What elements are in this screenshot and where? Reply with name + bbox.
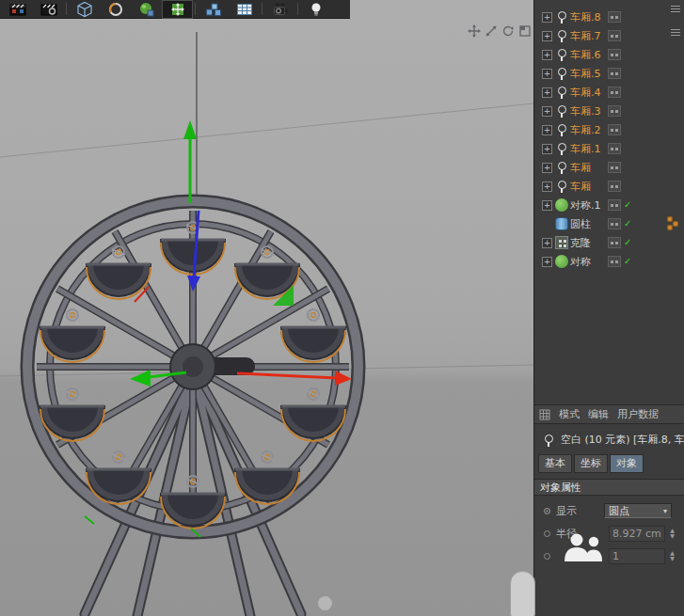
visibility-toggle-icon[interactable]: [608, 143, 621, 154]
expand-toggle-icon[interactable]: +: [542, 200, 552, 211]
radius-field[interactable]: 8.927 cm: [609, 526, 665, 542]
menu-edit[interactable]: 编辑: [588, 407, 609, 421]
step-down-icon[interactable]: ▼: [670, 533, 675, 539]
object-label[interactable]: 车厢: [570, 161, 591, 175]
object-row[interactable]: +车厢.2: [534, 120, 684, 139]
ferris-wheel-model[interactable]: [27, 201, 358, 616]
cloner-object-icon[interactable]: [555, 236, 568, 249]
object-label[interactable]: 车厢.4: [570, 86, 601, 100]
null-object-icon[interactable]: [555, 123, 568, 136]
object-row[interactable]: +车厢.1: [534, 139, 684, 158]
enabled-check-icon[interactable]: ✓: [624, 238, 631, 247]
move-object-icon[interactable]: [163, 1, 192, 18]
expand-toggle-icon[interactable]: +: [542, 31, 552, 41]
visibility-toggle-icon[interactable]: [608, 30, 621, 41]
expand-toggle-icon[interactable]: +: [542, 106, 552, 117]
null-object-icon[interactable]: [555, 86, 568, 99]
value-stepper[interactable]: ▲ ▼: [667, 528, 677, 539]
display-dropdown[interactable]: 圆点 ▾: [604, 503, 672, 518]
visibility-toggle-icon[interactable]: [608, 11, 621, 23]
object-row[interactable]: +克隆✓: [534, 233, 684, 252]
null-object-icon[interactable]: [555, 180, 568, 193]
menu-userdata[interactable]: 用户数据: [617, 407, 659, 421]
object-row[interactable]: +车厢.3: [534, 102, 684, 120]
visibility-toggle-icon[interactable]: [608, 162, 621, 173]
camera-icon[interactable]: [265, 1, 294, 18]
rotate-view-icon[interactable]: [501, 24, 515, 38]
toggle-view-icon[interactable]: [518, 24, 532, 38]
expand-toggle-icon[interactable]: +: [542, 182, 552, 192]
wire-cube-icon[interactable]: [70, 1, 99, 18]
expand-toggle-icon[interactable]: +: [542, 238, 552, 248]
render-view-icon[interactable]: [3, 1, 32, 18]
null-object-icon[interactable]: [555, 10, 568, 24]
value-stepper[interactable]: ▲ ▼: [667, 550, 677, 561]
expand-toggle-icon[interactable]: +: [542, 50, 552, 60]
tab-coordinates[interactable]: 坐标: [574, 454, 608, 473]
object-row[interactable]: +车厢: [534, 158, 684, 177]
object-label[interactable]: 克隆: [570, 236, 591, 250]
object-row[interactable]: +车厢.5: [534, 64, 684, 83]
object-label[interactable]: 车厢.2: [570, 123, 601, 137]
expand-toggle-icon[interactable]: +: [542, 144, 552, 154]
aspect-field[interactable]: 1: [609, 548, 665, 564]
render-settings-icon[interactable]: [34, 1, 63, 18]
object-label[interactable]: 对称.1: [570, 198, 601, 213]
object-label[interactable]: 车厢.7: [570, 29, 601, 43]
keyframe-dot-icon[interactable]: [544, 508, 550, 514]
viewport[interactable]: [0, 0, 533, 616]
object-row[interactable]: +对称.1✓: [534, 196, 684, 214]
symmetry-object-icon[interactable]: [555, 255, 568, 268]
object-label[interactable]: 车厢: [570, 180, 591, 194]
panel-menu-icon[interactable]: [671, 27, 680, 37]
enabled-check-icon[interactable]: ✓: [624, 219, 631, 229]
visibility-toggle-icon[interactable]: [608, 256, 621, 267]
pan-view-icon[interactable]: [468, 24, 481, 38]
object-label[interactable]: 车厢.6: [570, 48, 601, 62]
expand-toggle-icon[interactable]: +: [542, 12, 552, 23]
menu-grid-icon[interactable]: [539, 409, 550, 420]
null-object-icon[interactable]: [555, 29, 568, 42]
panel-menu-icon[interactable]: [671, 4, 680, 13]
symmetry-object-icon[interactable]: [555, 198, 568, 212]
sphere-primitive-icon[interactable]: [132, 1, 161, 18]
tab-basic[interactable]: 基本: [538, 454, 572, 473]
light-bulb-icon[interactable]: [301, 1, 330, 18]
object-row[interactable]: +对称✓: [534, 252, 684, 271]
expand-toggle-icon[interactable]: +: [542, 87, 552, 98]
cylinder-object-icon[interactable]: [555, 217, 568, 230]
dolly-view-icon[interactable]: [485, 24, 498, 38]
expand-toggle-icon[interactable]: +: [542, 69, 552, 79]
object-row[interactable]: +车厢.8: [534, 8, 684, 26]
expand-toggle-icon[interactable]: +: [542, 257, 552, 267]
object-row[interactable]: +车厢.6: [534, 45, 684, 64]
null-object-icon[interactable]: [555, 161, 568, 174]
object-row[interactable]: +车厢: [534, 177, 684, 196]
scroll-handle[interactable]: [510, 571, 535, 616]
object-label[interactable]: 车厢.5: [570, 67, 601, 81]
visibility-toggle-icon[interactable]: [608, 181, 621, 192]
expand-toggle-icon[interactable]: +: [542, 125, 552, 135]
visibility-toggle-icon[interactable]: [608, 237, 621, 248]
rotate-ring-icon[interactable]: [101, 1, 130, 18]
material-dots-icon[interactable]: [666, 216, 681, 231]
object-row[interactable]: 圆柱✓: [534, 214, 684, 233]
visibility-toggle-icon[interactable]: [608, 105, 621, 117]
enabled-check-icon[interactable]: ✓: [624, 257, 631, 266]
object-label[interactable]: 车厢.1: [570, 142, 601, 156]
visibility-toggle-icon[interactable]: [608, 124, 621, 135]
object-label[interactable]: 车厢.8: [570, 10, 601, 24]
object-row[interactable]: +车厢.4: [534, 83, 684, 102]
array-objects-icon[interactable]: [199, 1, 228, 18]
tab-object[interactable]: 对象: [610, 454, 644, 473]
null-object-icon[interactable]: [555, 142, 568, 155]
null-object-icon[interactable]: [555, 104, 568, 118]
visibility-toggle-icon[interactable]: [608, 49, 621, 60]
object-label[interactable]: 车厢.3: [570, 104, 601, 118]
object-label[interactable]: 对称: [570, 255, 591, 269]
object-row[interactable]: +车厢.7: [534, 26, 684, 45]
viewport-canvas[interactable]: [0, 0, 533, 616]
grid-plane-icon[interactable]: [230, 1, 259, 18]
null-object-icon[interactable]: [555, 67, 568, 80]
object-label[interactable]: 圆柱: [570, 217, 591, 231]
